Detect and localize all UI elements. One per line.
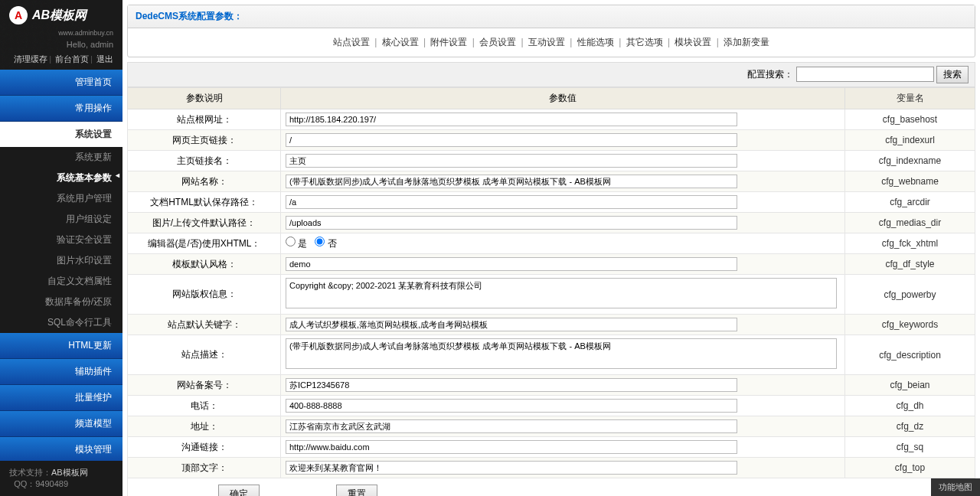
nav-sub-8[interactable]: SQL命令行工具 — [0, 312, 122, 333]
radio-cfg_fck_xhtml-1[interactable] — [315, 237, 325, 246]
input-cfg_df_style[interactable] — [286, 257, 737, 271]
search-input[interactable] — [796, 67, 934, 82]
table-row: 主页链接名：cfg_indexname — [128, 151, 975, 171]
input-cfg_indexurl[interactable] — [286, 133, 737, 147]
input-cfg_dz[interactable] — [286, 419, 737, 433]
table-row: 文档HTML默认保存路径：cfg_arcdir — [128, 192, 975, 213]
tab-4[interactable]: 互动设置 — [528, 37, 565, 47]
input-cfg_top[interactable] — [286, 461, 737, 475]
nav-sub-3[interactable]: 用户组设定 — [0, 209, 122, 230]
textarea-cfg_description[interactable] — [286, 338, 837, 369]
top-links: 清理缓存| 前台首页| 退出 — [0, 52, 122, 70]
row-value — [281, 151, 845, 171]
table-row: 编辑器(是/否)使用XHTML： 是 否cfg_fck_xhtml — [128, 233, 975, 254]
row-label: 模板默认风格： — [128, 254, 281, 275]
row-var: cfg_powerby — [845, 275, 975, 315]
table-row: 电话：cfg_dh — [128, 396, 975, 416]
tab-3[interactable]: 会员设置 — [479, 37, 516, 47]
row-value: 是 否 — [281, 233, 845, 254]
front-link[interactable]: 前台首页 — [55, 54, 89, 64]
table-row: 站点默认关键字：cfg_keywords — [128, 315, 975, 335]
table-row: 网站备案号：cfg_beian — [128, 375, 975, 396]
row-value — [281, 275, 845, 315]
nav-sub-0[interactable]: 系统更新 — [0, 147, 122, 168]
footer: 技术支持：AB模板网 QQ：9490489 — [0, 461, 122, 496]
row-value — [281, 396, 845, 416]
textarea-cfg_powerby[interactable] — [286, 278, 837, 308]
tab-2[interactable]: 附件设置 — [430, 37, 467, 47]
row-label: 地址： — [128, 416, 281, 437]
row-var: cfg_basehost — [845, 109, 975, 130]
nav-group-2[interactable]: 批量维护 — [0, 385, 122, 411]
nav-group-0[interactable]: HTML更新 — [0, 333, 122, 359]
row-var: cfg_indexname — [845, 151, 975, 171]
nav-home[interactable]: 管理首页 — [0, 70, 122, 96]
input-cfg_keywords[interactable] — [286, 318, 737, 331]
logo-sub: www.adminbuy.cn — [0, 29, 122, 37]
tab-0[interactable]: 站点设置 — [333, 37, 370, 47]
row-var: cfg_arcdir — [845, 192, 975, 213]
tab-8[interactable]: 添加新变量 — [724, 37, 769, 47]
input-cfg_basehost[interactable] — [286, 113, 737, 126]
row-var: cfg_webname — [845, 171, 975, 192]
config-table: 参数说明 参数值 变量名 站点根网址：cfg_basehost网页主页链接：cf… — [127, 87, 975, 496]
row-value — [281, 109, 845, 130]
ok-button[interactable]: 确定 — [218, 485, 260, 496]
search-button[interactable]: 搜索 — [936, 66, 969, 83]
search-label: 配置搜索： — [747, 69, 793, 80]
input-cfg_arcdir[interactable] — [286, 195, 737, 209]
input-cfg_dh[interactable] — [286, 399, 737, 413]
input-cfg_sq[interactable] — [286, 440, 737, 454]
row-label: 文档HTML默认保存路径： — [128, 192, 281, 213]
table-row: 图片/上传文件默认路径：cfg_medias_dir — [128, 213, 975, 233]
row-label: 沟通链接： — [128, 437, 281, 458]
footer-link[interactable]: AB模板网 — [51, 468, 88, 477]
logout-link[interactable]: 退出 — [96, 54, 113, 64]
panel-title: DedeCMS系统配置参数： — [128, 5, 975, 28]
nav-sub-6[interactable]: 自定义文档属性 — [0, 271, 122, 292]
nav-sub-2[interactable]: 系统用户管理 — [0, 188, 122, 209]
reset-button[interactable]: 重置 — [336, 485, 377, 496]
row-value — [281, 315, 845, 335]
bottom-bar[interactable]: 功能地图 — [931, 478, 980, 496]
input-cfg_medias_dir[interactable] — [286, 216, 737, 230]
row-label: 顶部文字： — [128, 458, 281, 478]
nav-sub-7[interactable]: 数据库备份/还原 — [0, 292, 122, 312]
tab-1[interactable]: 核心设置 — [382, 37, 419, 47]
hello-user: Hello, admin — [0, 37, 122, 52]
nav-sub-1[interactable]: 系统基本参数 — [0, 168, 122, 188]
nav-group-3[interactable]: 频道模型 — [0, 411, 122, 437]
nav-system[interactable]: 系统设置 — [0, 122, 122, 147]
row-var: cfg_fck_xhtml — [845, 233, 975, 254]
logo-text: AB模板网 — [32, 8, 87, 24]
nav-group-1[interactable]: 辅助插件 — [0, 359, 122, 385]
table-row: 网站版权信息：cfg_powerby — [128, 275, 975, 315]
nav-sub-5[interactable]: 图片水印设置 — [0, 250, 122, 271]
row-label: 网站版权信息： — [128, 275, 281, 315]
tab-5[interactable]: 性能选项 — [577, 37, 614, 47]
row-label: 站点默认关键字： — [128, 315, 281, 335]
panel: DedeCMS系统配置参数： 站点设置 | 核心设置 | 附件设置 | 会员设置… — [127, 5, 975, 57]
nav-sub-4[interactable]: 验证安全设置 — [0, 230, 122, 250]
input-cfg_webname[interactable] — [286, 175, 737, 188]
nav-common[interactable]: 常用操作 — [0, 96, 122, 122]
search-bar: 配置搜索： 搜索 — [127, 62, 975, 87]
row-value — [281, 192, 845, 213]
row-label: 电话： — [128, 396, 281, 416]
row-var: cfg_medias_dir — [845, 213, 975, 233]
row-var: cfg_indexurl — [845, 130, 975, 151]
nav-group-4[interactable]: 模块管理 — [0, 437, 122, 461]
clear-cache-link[interactable]: 清理缓存 — [14, 54, 47, 64]
row-var: cfg_df_style — [845, 254, 975, 275]
row-label: 站点描述： — [128, 335, 281, 375]
row-label: 编辑器(是/否)使用XHTML： — [128, 233, 281, 254]
input-cfg_indexname[interactable] — [286, 154, 737, 168]
table-row: 顶部文字：cfg_top — [128, 458, 975, 478]
row-value — [281, 375, 845, 396]
tab-6[interactable]: 其它选项 — [626, 37, 663, 47]
tab-7[interactable]: 模块设置 — [675, 37, 711, 47]
input-cfg_beian[interactable] — [286, 378, 737, 392]
row-value — [281, 416, 845, 437]
radio-cfg_fck_xhtml-0[interactable] — [286, 237, 296, 246]
tabs: 站点设置 | 核心设置 | 附件设置 | 会员设置 | 互动设置 | 性能选项 … — [128, 28, 975, 57]
